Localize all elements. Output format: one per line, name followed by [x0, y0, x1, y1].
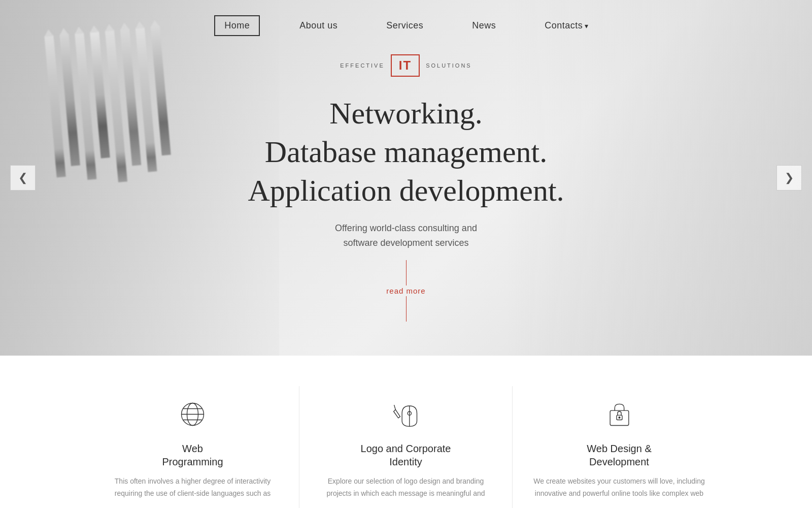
nav-services[interactable]: Services: [377, 16, 432, 35]
logo-right-text: SOLUTIONS: [426, 62, 472, 69]
hero-content: EFFECTIVE IT SOLUTIONS Networking. Datab…: [0, 0, 812, 356]
svg-line-6: [394, 405, 396, 409]
service-desc-webdesign: We create websites your customers will l…: [533, 475, 705, 500]
hero-heading-1: Networking.: [329, 95, 483, 132]
bag-svg: [605, 400, 633, 428]
svg-point-10: [619, 417, 620, 418]
webdesign-icon: [601, 396, 637, 432]
nav-home[interactable]: Home: [214, 15, 260, 36]
service-title-webdesign: Web Design &Development: [533, 442, 705, 468]
nav-news[interactable]: News: [463, 16, 505, 35]
hero-subtext-1: Offering world-class consulting and: [335, 221, 477, 236]
web-programming-icon: [175, 396, 211, 432]
hero-heading-2: Database management.: [265, 134, 547, 170]
logo-identity-icon: [388, 396, 424, 432]
chevron-down-icon: ▾: [585, 22, 589, 30]
read-more-link[interactable]: read more: [386, 287, 425, 295]
nav-about[interactable]: About us: [290, 16, 347, 35]
mouse-svg: [392, 400, 420, 428]
service-card-web-programming: WebProgramming This often involves a hig…: [86, 386, 299, 508]
hero-prev-button[interactable]: ❮: [10, 165, 36, 190]
globe-svg: [179, 400, 207, 428]
logo-left-text: EFFECTIVE: [340, 62, 385, 69]
logo-center-box: IT: [391, 54, 420, 77]
service-title-web: WebProgramming: [107, 442, 279, 468]
arrow-right-icon: ❯: [785, 171, 794, 184]
hero-heading-3: Application development.: [248, 172, 564, 209]
services-section: WebProgramming This often involves a hig…: [0, 356, 812, 508]
service-title-logo: Logo and CorporateIdentity: [320, 442, 492, 468]
service-card-logo: Logo and CorporateIdentity Explore our s…: [299, 386, 513, 508]
hero-section: ❮ ❯ EFFECTIVE IT SOLUTIONS Networking. D…: [0, 0, 812, 356]
divider-bottom: [406, 296, 407, 322]
navigation: Home About us Services News Contacts ▾: [0, 0, 812, 51]
nav-contacts[interactable]: Contacts ▾: [535, 16, 598, 35]
logo: EFFECTIVE IT SOLUTIONS: [340, 54, 471, 77]
arrow-left-icon: ❮: [18, 171, 27, 184]
divider-top: [406, 260, 407, 285]
service-desc-logo: Explore our selection of logo design and…: [320, 475, 492, 500]
hero-subtext-2: software development services: [343, 236, 468, 250]
service-card-webdesign: Web Design &Development We create websit…: [513, 386, 726, 508]
hero-next-button[interactable]: ❯: [776, 165, 802, 190]
service-desc-web: This often involves a higher degree of i…: [107, 475, 279, 500]
